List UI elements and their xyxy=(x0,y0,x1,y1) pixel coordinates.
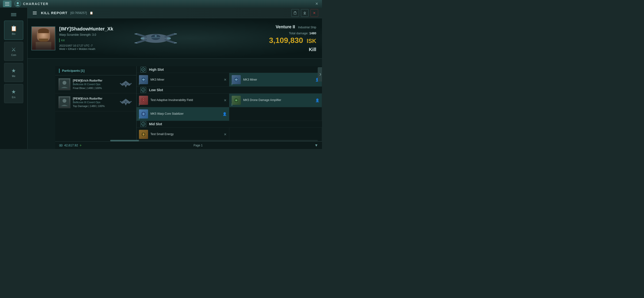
total-damage-label: Total damage: xyxy=(289,32,308,35)
svg-point-13 xyxy=(155,35,157,37)
svg-point-19 xyxy=(125,101,127,103)
svg-rect-11 xyxy=(174,43,177,43)
close-panel-button[interactable]: ✕ xyxy=(310,9,318,17)
plus-icon: + xyxy=(80,143,82,147)
svg-point-16 xyxy=(125,83,127,85)
participant-stats-1: Final Blow | 1480 | 100% xyxy=(73,87,116,89)
kr-menu-button[interactable] xyxy=(32,10,38,16)
employment-icon: ★ xyxy=(11,89,16,95)
participant-item[interactable]: [PEW]Erich Rudorffer Bellicose III Cover… xyxy=(55,75,136,93)
svg-rect-12 xyxy=(151,37,160,38)
right-scroll-handle[interactable] xyxy=(318,67,322,82)
top-menu-button[interactable] xyxy=(3,1,12,7)
svg-point-6 xyxy=(167,37,171,40)
ship-type-name: Venture II xyxy=(276,25,295,29)
bottom-bar: 42,617.92 + Page 1 ▼ xyxy=(55,141,322,149)
svg-point-23 xyxy=(143,79,144,80)
export-button[interactable] xyxy=(301,9,308,17)
svg-point-0 xyxy=(17,2,19,4)
ship-type-class: Industrial Ship xyxy=(298,26,316,29)
medals-icon: ★ xyxy=(11,68,16,74)
low-slot-qty-3: 1 xyxy=(138,117,140,120)
top-bar: CHARACTER × xyxy=(0,0,322,8)
low-slot-name-2: MK5 Drone Damage Amplifier xyxy=(243,98,313,102)
svg-point-27 xyxy=(236,79,237,80)
svg-rect-8 xyxy=(135,34,137,34)
isk-number: 3,109,830 xyxy=(269,36,303,45)
high-slot-item-2[interactable]: 1 MK3 Miner 👤 xyxy=(229,73,322,86)
copy-icon[interactable]: 📋 xyxy=(90,11,93,15)
kr-actions: ✕ xyxy=(291,9,318,17)
participant-info-1: [PEW]Erich Rudorffer Bellicose III Cover… xyxy=(73,79,116,89)
mid-slot-item-1[interactable]: Test Small Energy ✕ xyxy=(136,128,229,141)
combat-icon: ⚔ xyxy=(11,47,16,53)
energy-icon xyxy=(139,130,148,139)
sidebar-item-bio[interactable]: 📋 Bio xyxy=(4,21,23,40)
filter-icon[interactable]: ▼ xyxy=(314,143,318,147)
low-slot-row-1: 1 Test Adaptive Invulnerability Field ✕ xyxy=(136,94,322,107)
mid-slot-name-1: Test Small Energy xyxy=(150,132,222,136)
mid-slot-title: Mid Slot xyxy=(149,122,162,126)
bio-icon: 📋 xyxy=(10,26,17,32)
ship-type-line: Venture II Industrial Ship xyxy=(227,25,316,30)
mid-slot-header: Mid Slot xyxy=(136,121,322,128)
participant-ship-icon-1 xyxy=(118,80,133,89)
participant-info-2: [PEW]Erich Rudorffer Bellicose III Cover… xyxy=(73,97,116,107)
mid-slot-close-1[interactable]: ✕ xyxy=(224,132,227,136)
kill-report-id: [ID:7658257] xyxy=(70,11,87,15)
slots-panel: High Slot 1 xyxy=(136,66,322,141)
low-slot-item-1[interactable]: 1 Test Adaptive Invulnerability Field ✕ xyxy=(136,94,229,107)
total-damage-value: 1480 xyxy=(309,32,316,35)
low-slot-user-3: 👤 xyxy=(222,112,227,116)
sidebar-medals-label: Me xyxy=(12,75,15,77)
main-panel: KILL REPORT [ID:7658257] 📋 ✕ xyxy=(28,8,322,149)
participants-panel: Participants [1] [PEW]Erich Rudorffer xyxy=(55,66,136,141)
clipboard-button[interactable] xyxy=(291,9,299,17)
low-slot-name-3: MK5 Warp Core Stabilizer xyxy=(150,112,220,116)
high-slot-header: High Slot xyxy=(136,66,322,73)
participant-ship-1: Bellicose III Covert Ops xyxy=(73,83,116,86)
participant-portrait-2 xyxy=(58,96,70,108)
kill-report-title: KILL REPORT xyxy=(41,11,68,15)
low-slot-qty-2: 1 xyxy=(231,103,233,106)
low-slot-title: Low Slot xyxy=(149,88,163,92)
high-slot-name-2: MK3 Miner xyxy=(243,78,313,82)
sidebar-item-medals[interactable]: ★ Me xyxy=(4,63,23,82)
ship-image xyxy=(100,21,212,56)
sidebar-combat-label: Com xyxy=(11,54,16,56)
page-indicator: Page 1 xyxy=(194,144,203,147)
top-close-button[interactable]: × xyxy=(315,1,318,7)
svg-point-7 xyxy=(141,37,144,40)
low-slot-qty-1: 1 xyxy=(138,103,140,106)
high-slot-item-1[interactable]: 1 MK3 Miner ✕ xyxy=(136,73,229,86)
mid-slot-icon xyxy=(140,121,146,127)
low-slot-close-1[interactable]: ✕ xyxy=(224,98,227,102)
ship-stats: Venture II Industrial Ship Total damage:… xyxy=(222,18,322,58)
bottom-scrollbar[interactable] xyxy=(110,140,318,141)
low-slot-row-2: 1 MK5 Warp Core Stabilizer 👤 xyxy=(136,107,322,121)
sidebar-item-employment[interactable]: ★ Em xyxy=(4,84,23,103)
participant-ship-2: Bellicose III Covert Ops xyxy=(73,101,116,104)
high-slot-qty-1: 1 xyxy=(138,83,140,85)
low-slot-user-2: 👤 xyxy=(315,98,319,102)
svg-point-34 xyxy=(143,113,144,115)
participant-name-1: [PEW]Erich Rudorffer xyxy=(73,79,116,82)
participant-stats-2: Top Damage | 1480 | 100% xyxy=(73,105,116,107)
participant-ship-icon-2 xyxy=(118,98,133,107)
left-sidebar: 📋 Bio ⚔ Com ★ Me ★ Em xyxy=(0,8,28,149)
low-slot-item-2[interactable]: 1 MK5 Drone Damage Amplifier 👤 xyxy=(229,94,322,107)
pilot-portrait xyxy=(32,26,55,50)
bottom-currency: 42,617.92 + xyxy=(59,143,82,147)
sidebar-item-combat[interactable]: ⚔ Com xyxy=(4,42,23,61)
scrollbar-thumb[interactable] xyxy=(110,140,139,141)
sidebar-menu-button[interactable] xyxy=(8,11,20,19)
isk-value-display: 3,109,830 ISK xyxy=(227,36,316,45)
low-slot-item-3[interactable]: 1 MK5 Warp Core Stabilizer 👤 xyxy=(136,107,229,121)
participant-portrait-1 xyxy=(58,78,70,90)
high-slot-icon xyxy=(140,67,146,72)
participant-item-2[interactable]: [PEW]Erich Rudorffer Bellicose III Cover… xyxy=(55,93,136,111)
content-area: Participants [1] [PEW]Erich Rudorffer xyxy=(55,66,322,141)
mk3-miner-icon-2 xyxy=(232,75,241,84)
svg-point-18 xyxy=(62,99,66,103)
high-slot-close-1[interactable]: ✕ xyxy=(224,78,227,82)
